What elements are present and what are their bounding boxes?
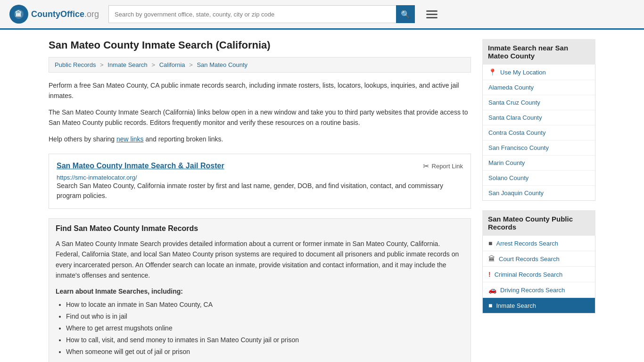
marin-county-link[interactable]: Marin County [488, 159, 525, 166]
link-card-description: Search San Mateo County, California inma… [57, 181, 463, 201]
nearby-item-santa-clara[interactable]: Santa Clara County [483, 110, 595, 125]
nearby-list: 📍 Use My Location Alameda County Santa C… [482, 65, 595, 201]
nearby-item-marin[interactable]: Marin County [483, 156, 595, 171]
intro-paragraph-1: Perform a free San Mateo County, CA publ… [49, 80, 471, 101]
driving-records-link[interactable]: Driving Records Search [500, 287, 565, 294]
pub-records-inmate[interactable]: ■ Inmate Search [483, 298, 595, 313]
find-section-paragraph: A San Mateo County Inmate Search provide… [56, 239, 464, 281]
search-icon: 🔍 [401, 10, 410, 19]
breadcrumb-link-san-mateo[interactable]: San Mateo County [197, 61, 248, 68]
find-section: Find San Mateo County Inmate Records A S… [49, 218, 471, 362]
intro-paragraph-3: Help others by sharing new links and rep… [49, 134, 471, 144]
intro-paragraph-2: The San Mateo County Inmate Search (Cali… [49, 107, 471, 128]
menu-line [426, 10, 438, 12]
driving-icon: 🚗 [488, 286, 496, 294]
pub-records-court[interactable]: 🏛 Court Records Search [483, 251, 595, 267]
arrest-records-link[interactable]: Arrest Records Search [496, 240, 558, 247]
search-input[interactable] [108, 5, 415, 23]
pub-records-driving[interactable]: 🚗 Driving Records Search [483, 282, 595, 298]
search-bar: 🔍 [108, 5, 415, 23]
site-logo[interactable]: 🏛 CountyOffice.org [9, 5, 99, 24]
public-records-section: San Mateo County Public Records ■ Arrest… [482, 210, 595, 313]
pub-records-criminal[interactable]: ! Criminal Records Search [483, 267, 595, 282]
list-item: How to call, visit, and send money to in… [66, 334, 464, 346]
use-my-location-item[interactable]: 📍 Use My Location [483, 65, 595, 80]
list-item: Where to get arrest mugshots online [66, 322, 464, 334]
link-card-url[interactable]: https://smc-inmatelocator.org/ [57, 174, 137, 181]
logo-icon: 🏛 [9, 5, 28, 24]
nearby-item-san-joaquin[interactable]: San Joaquin County [483, 186, 595, 200]
nearby-item-alameda[interactable]: Alameda County [483, 80, 595, 95]
solano-county-link[interactable]: Solano County [488, 174, 528, 181]
link-card-header: San Mateo County Inmate Search & Jail Ro… [57, 162, 463, 171]
nearby-item-san-francisco[interactable]: San Francisco County [483, 140, 595, 156]
pub-records-arrest[interactable]: ■ Arrest Records Search [483, 236, 595, 251]
main-content: San Mateo County Inmate Search (Californ… [49, 39, 471, 362]
new-links-link[interactable]: new links [116, 135, 144, 143]
list-item: How to locate an inmate in San Mateo Cou… [66, 299, 464, 311]
site-header: 🏛 CountyOffice.org 🔍 [0, 0, 644, 30]
list-item: When someone will get out of jail or pri… [66, 346, 464, 358]
main-container: San Mateo County Inmate Search (Californ… [39, 30, 605, 362]
breadcrumb-sep: > [189, 61, 193, 68]
inmate-search-link-card: San Mateo County Inmate Search & Jail Ro… [49, 154, 471, 209]
nearby-heading: Inmate Search near San Mateo County [482, 39, 595, 65]
breadcrumb-sep: > [100, 61, 104, 68]
san-francisco-county-link[interactable]: San Francisco County [488, 144, 549, 151]
san-joaquin-county-link[interactable]: San Joaquin County [488, 189, 544, 197]
santa-cruz-county-link[interactable]: Santa Cruz County [488, 99, 540, 106]
arrest-icon: ■ [488, 239, 492, 247]
report-link-button[interactable]: ✂ Report Link [423, 162, 463, 171]
link-card-title[interactable]: San Mateo County Inmate Search & Jail Ro… [57, 162, 224, 170]
inmate-icon: ■ [488, 302, 492, 309]
criminal-icon: ! [488, 271, 491, 278]
page-title: San Mateo County Inmate Search (Californ… [49, 39, 471, 51]
court-icon: 🏛 [488, 255, 495, 263]
learn-list: How to locate an inmate in San Mateo Cou… [56, 299, 464, 358]
menu-line [426, 17, 438, 18]
nearby-section: Inmate Search near San Mateo County 📍 Us… [482, 39, 595, 201]
learn-heading: Learn about Inmate Searches, including: [56, 288, 464, 295]
public-records-list: ■ Arrest Records Search 🏛 Court Records … [482, 236, 595, 313]
hamburger-menu-button[interactable] [424, 8, 439, 20]
logo-text: CountyOffice.org [31, 9, 99, 19]
breadcrumb-link-california[interactable]: California [159, 61, 185, 68]
report-icon: ✂ [423, 162, 429, 171]
svg-text:🏛: 🏛 [15, 10, 22, 18]
public-records-heading: San Mateo County Public Records [482, 210, 595, 236]
contra-costa-county-link[interactable]: Contra Costa County [488, 129, 545, 136]
breadcrumb-link-public-records[interactable]: Public Records [55, 61, 96, 68]
criminal-records-link[interactable]: Criminal Records Search [495, 271, 563, 278]
breadcrumb-link-inmate-search[interactable]: Inmate Search [107, 61, 148, 68]
search-button[interactable]: 🔍 [396, 5, 415, 23]
alameda-county-link[interactable]: Alameda County [488, 84, 534, 91]
nearby-item-solano[interactable]: Solano County [483, 171, 595, 186]
sidebar: Inmate Search near San Mateo County 📍 Us… [482, 39, 595, 362]
location-icon: 📍 [488, 68, 496, 76]
menu-line [426, 14, 438, 15]
use-my-location-link[interactable]: Use My Location [500, 69, 546, 76]
nearby-item-santa-cruz[interactable]: Santa Cruz County [483, 95, 595, 110]
nearby-item-contra-costa[interactable]: Contra Costa County [483, 125, 595, 140]
find-section-heading: Find San Mateo County Inmate Records [56, 224, 464, 233]
santa-clara-county-link[interactable]: Santa Clara County [488, 114, 542, 121]
breadcrumb: Public Records > Inmate Search > Califor… [49, 57, 471, 73]
breadcrumb-sep: > [151, 61, 155, 68]
list-item: Find out who is in jail [66, 311, 464, 322]
court-records-link[interactable]: Court Records Search [499, 255, 560, 263]
inmate-search-link[interactable]: Inmate Search [496, 302, 536, 309]
